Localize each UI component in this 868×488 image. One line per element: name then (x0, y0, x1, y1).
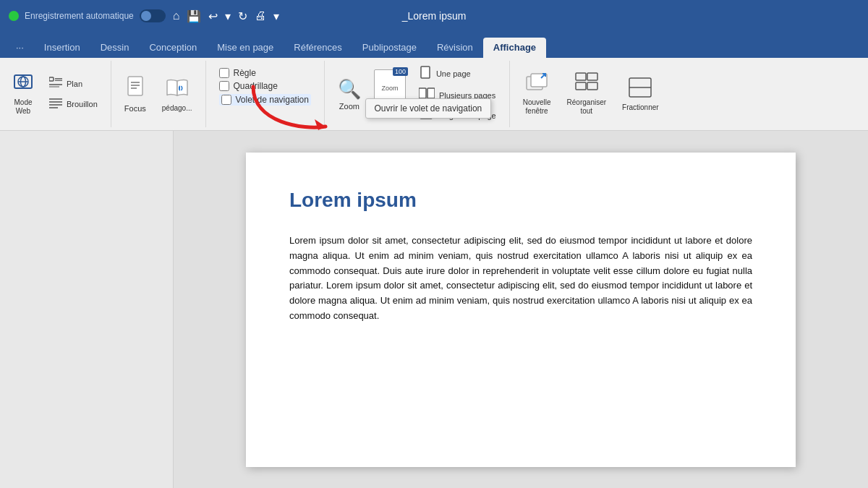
autosave-toggle[interactable] (140, 9, 166, 22)
title-bar-left: Enregistrement automatique ⌂ 💾 ↩ ▾ ↻ 🖨 ▾ (9, 8, 395, 25)
nouvelle-fenetre-label: Nouvellefenêtre (523, 98, 551, 116)
ribbon-group-immersive: Focus pédago... (111, 61, 206, 127)
svg-rect-29 (587, 73, 597, 80)
mode-web-label: ModeWeb (14, 98, 32, 116)
title-bar: Enregistrement automatique ⌂ 💾 ↩ ▾ ↻ 🖨 ▾… (0, 0, 868, 32)
tab-ellipsis[interactable]: ··· (6, 38, 34, 58)
traffic-light-green[interactable] (9, 11, 19, 21)
home-icon[interactable]: ⌂ (171, 8, 182, 24)
immersive-items: Focus pédago... (119, 64, 198, 124)
volet-navigation-label: Volet de navigation (236, 95, 309, 105)
more-icon[interactable]: ▾ (272, 8, 281, 25)
fractionner-button[interactable]: Fractionner (616, 74, 665, 114)
autosave-label: Enregistrement automatique (25, 11, 134, 21)
tab-publipostage[interactable]: Publipostage (352, 38, 427, 58)
reorganiser-tout-button[interactable]: Réorganisertout (561, 69, 612, 119)
show-checkboxes: Règle Quadrillage Volet de navigation (213, 64, 317, 110)
plan-label: Plan (67, 80, 82, 88)
toggle-dot (141, 11, 151, 21)
focus-button[interactable]: Focus (119, 72, 152, 116)
une-page-label: Une page (436, 69, 471, 78)
tab-affichage[interactable]: Affichage (483, 38, 546, 58)
zoom100-sublabel: Zoom (381, 85, 398, 92)
plan-button[interactable]: Plan (43, 74, 103, 93)
tab-references[interactable]: Références (284, 38, 352, 58)
pedagogique-label: pédago... (162, 104, 192, 112)
zoom100-box[interactable]: 100 Zoom (374, 69, 406, 101)
plan-brouillon-col: Plan Brouillon (43, 74, 103, 114)
zoom-icon: 🔍 (338, 78, 361, 100)
focus-label: Focus (124, 104, 146, 113)
tab-conception[interactable]: Conception (139, 38, 207, 58)
plan-icon (49, 77, 62, 91)
doc-title: _Lorem ipsum (402, 10, 467, 22)
mode-web-icon (13, 72, 33, 97)
doc-area: Lorem ipsum Lorem ipsum dolor sit amet, … (174, 131, 868, 488)
zoom100-badge: 100 (393, 67, 408, 76)
tooltip-text: Ouvrir le volet de navigation (375, 103, 482, 114)
focus-icon (125, 75, 145, 103)
volet-navigation-checkbox[interactable] (221, 95, 231, 105)
main-content: Lorem ipsum Lorem ipsum dolor sit amet, … (0, 131, 868, 488)
undo-dropdown-icon[interactable]: ▾ (224, 8, 232, 25)
navigation-tooltip: Ouvrir le volet de navigation (365, 98, 492, 119)
svg-rect-18 (421, 67, 430, 78)
une-page-button[interactable]: Une page (413, 64, 502, 84)
toolbar-icons: ⌂ 💾 ↩ ▾ ↻ 🖨 ▾ (171, 8, 281, 25)
ribbon-group-windows: Nouvellefenêtre Réorganisertout (510, 61, 672, 127)
mode-web-button[interactable]: ModeWeb (7, 69, 39, 119)
undo-icon[interactable]: ↩ (207, 8, 219, 25)
tab-dessin[interactable]: Dessin (90, 38, 140, 58)
svg-rect-13 (128, 77, 142, 95)
brouillon-label: Brouillon (67, 100, 98, 108)
nouvelle-fenetre-button[interactable]: Nouvellefenêtre (517, 69, 557, 119)
regle-checkbox[interactable] (219, 68, 229, 78)
reorganiser-tout-icon (575, 72, 598, 97)
regle-label: Règle (234, 68, 256, 78)
tab-insertion[interactable]: Insertion (34, 38, 90, 58)
zoom-button[interactable]: 🔍 Zoom (332, 75, 367, 114)
volet-navigation-checkbox-row[interactable]: Volet de navigation (219, 94, 311, 106)
save-icon[interactable]: 💾 (185, 8, 203, 25)
svg-rect-19 (419, 88, 426, 98)
zoom-label: Zoom (339, 102, 359, 111)
ribbon-group-show: Règle Quadrillage Volet de navigation Ou… (206, 61, 325, 127)
pedagogique-button[interactable]: pédago... (156, 74, 198, 115)
views-items: ModeWeb Plan (7, 64, 103, 124)
windows-items: Nouvellefenêtre Réorganisertout (517, 64, 665, 124)
tab-mise-en-page[interactable]: Mise en page (207, 38, 284, 58)
ribbon-content: ModeWeb Plan (0, 58, 868, 131)
brouillon-button[interactable]: Brouillon (43, 95, 103, 114)
svg-rect-28 (576, 73, 586, 80)
ribbon-tabs: ··· Insertion Dessin Conception Mise en … (0, 32, 868, 58)
left-sidebar (0, 131, 174, 488)
redo-icon[interactable]: ↻ (237, 8, 249, 25)
reorganiser-tout-label: Réorganisertout (567, 98, 606, 116)
fractionner-label: Fractionner (622, 103, 659, 111)
quadrillage-checkbox-row[interactable]: Quadrillage (219, 81, 311, 91)
quadrillage-label: Quadrillage (234, 81, 278, 91)
ribbon-group-views: ModeWeb Plan (0, 61, 111, 127)
brouillon-icon (49, 97, 62, 111)
print-icon[interactable]: 🖨 (253, 8, 268, 24)
svg-rect-20 (427, 88, 435, 98)
pedagogique-icon (166, 77, 189, 103)
tab-revision[interactable]: Révision (427, 38, 483, 58)
une-page-icon (419, 66, 432, 82)
regle-checkbox-row[interactable]: Règle (219, 68, 311, 78)
svg-rect-4 (49, 77, 54, 81)
fractionner-icon (629, 77, 652, 102)
svg-rect-30 (576, 82, 586, 90)
doc-title: Lorem ipsum (289, 189, 752, 212)
nouvelle-fenetre-icon (525, 72, 548, 97)
doc-body: Lorem ipsum dolor sit amet, consectetur … (289, 234, 752, 324)
doc-page: Lorem ipsum Lorem ipsum dolor sit amet, … (246, 153, 796, 467)
svg-rect-31 (587, 82, 597, 90)
quadrillage-checkbox[interactable] (219, 81, 229, 91)
